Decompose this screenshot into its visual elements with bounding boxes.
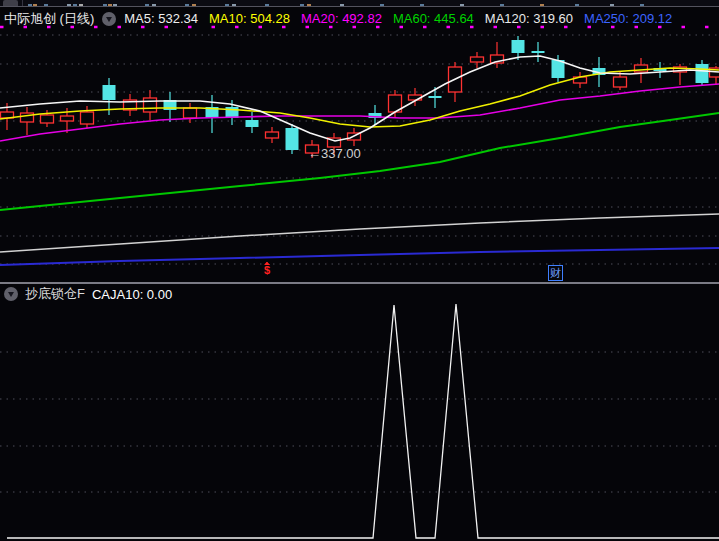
finance-cai-icon[interactable]: 财 [548,265,563,281]
indicator-name[interactable]: 抄底锁仓F [25,285,85,303]
ma-readout: MA250: 209.12 [584,11,672,26]
dollar-signal-icon[interactable]: $ [264,259,270,276]
ma-readout: MA120: 319.60 [485,11,573,26]
ma-readout: MA60: 445.64 [393,11,474,26]
ma-readout: MA5: 532.34 [124,11,198,26]
ma-readout: MA10: 504.28 [209,11,290,26]
chart-canvas[interactable] [0,0,719,541]
chart-header: 中际旭创 (日线) MA5: 532.34MA10: 504.28MA20: 4… [0,7,719,30]
app-window: 中际旭创 (日线) MA5: 532.34MA10: 504.28MA20: 4… [0,0,719,541]
chevron-down-icon[interactable] [4,287,18,301]
indicator-header: 抄底锁仓F CAJA10: 0.00 [0,286,719,302]
panel-divider[interactable] [0,282,719,284]
ma-readout: MA20: 492.82 [301,11,382,26]
indicator-value: CAJA10: 0.00 [92,287,172,302]
price-low-annotation: ←337.00 [308,146,361,161]
chevron-down-icon[interactable] [102,12,116,26]
stock-title[interactable]: 中际旭创 (日线) [4,10,94,28]
ma-readouts: MA5: 532.34MA10: 504.28MA20: 492.82MA60:… [124,11,672,26]
